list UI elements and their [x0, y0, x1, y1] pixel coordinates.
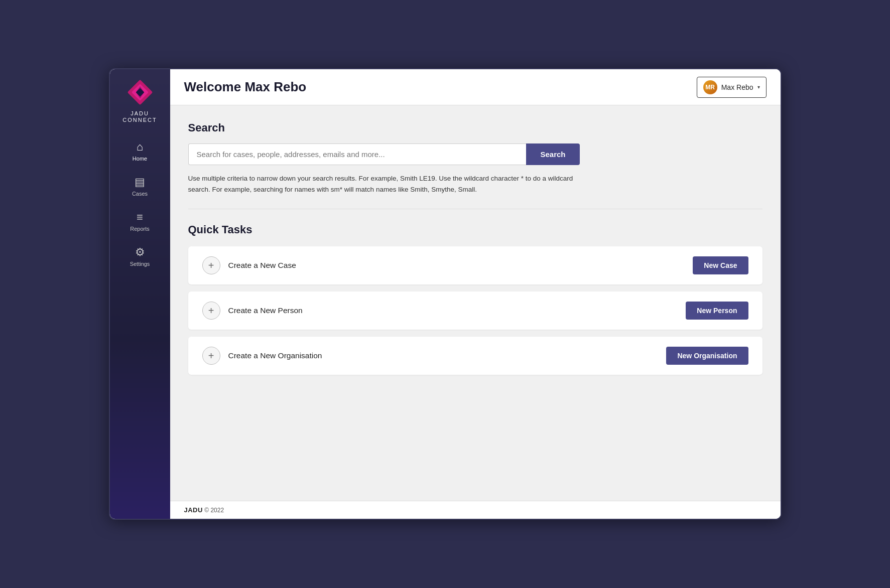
sidebar-item-reports-label: Reports — [130, 226, 150, 232]
plus-circle-new-organisation: + — [202, 347, 220, 365]
task-label-new-case: Create a New Case — [228, 261, 296, 270]
user-name-label: Max Rebo — [721, 83, 753, 91]
footer-brand: JADU — [184, 506, 203, 514]
chevron-down-icon: ▾ — [757, 84, 760, 90]
sidebar: JADU CONNECT ⌂ Home ▤ Cases ≡ Reports ⚙ … — [110, 69, 170, 519]
footer: JADU © 2022 — [170, 501, 781, 519]
logo-name: JADU CONNECT — [122, 110, 157, 123]
search-input[interactable] — [188, 143, 527, 165]
plus-circle-new-person: + — [202, 302, 220, 320]
footer-copyright: © 2022 — [204, 507, 224, 514]
task-left-new-person: + Create a New Person — [202, 302, 303, 320]
task-card-new-organisation: + Create a New Organisation New Organisa… — [188, 337, 762, 375]
sidebar-item-cases[interactable]: ▤ Cases — [110, 169, 170, 204]
reports-icon: ≡ — [137, 211, 143, 224]
sidebar-item-cases-label: Cases — [132, 191, 148, 197]
section-divider — [188, 209, 762, 209]
app-frame: JADU CONNECT ⌂ Home ▤ Cases ≡ Reports ⚙ … — [109, 68, 782, 520]
quick-tasks-title: Quick Tasks — [188, 223, 762, 236]
content-area: Search Search Use multiple criteria to n… — [170, 105, 781, 501]
new-person-button[interactable]: New Person — [686, 302, 748, 320]
sidebar-item-home-label: Home — [133, 156, 147, 162]
task-left-new-organisation: + Create a New Organisation — [202, 347, 322, 365]
new-case-button[interactable]: New Case — [693, 256, 748, 274]
sidebar-item-settings-label: Settings — [130, 261, 150, 267]
jadu-logo-icon — [125, 77, 155, 107]
settings-icon: ⚙ — [135, 246, 145, 259]
user-menu-button[interactable]: MR Max Rebo ▾ — [697, 77, 767, 98]
task-card-new-case: + Create a New Case New Case — [188, 246, 762, 284]
logo-area: JADU CONNECT — [110, 69, 170, 129]
main-area: Welcome Max Rebo MR Max Rebo ▾ Search Se… — [170, 69, 781, 519]
home-icon: ⌂ — [137, 140, 143, 154]
search-row: Search — [188, 143, 580, 165]
plus-circle-new-case: + — [202, 256, 220, 274]
task-label-new-person: Create a New Person — [228, 306, 303, 315]
search-hint-text: Use multiple criteria to narrow down you… — [188, 173, 580, 195]
page-title: Welcome Max Rebo — [184, 79, 307, 95]
nav-items: ⌂ Home ▤ Cases ≡ Reports ⚙ Settings — [110, 133, 170, 274]
search-section-title: Search — [188, 121, 762, 134]
task-card-new-person: + Create a New Person New Person — [188, 291, 762, 330]
new-organisation-button[interactable]: New Organisation — [666, 347, 748, 365]
sidebar-item-home[interactable]: ⌂ Home — [110, 133, 170, 169]
sidebar-item-reports[interactable]: ≡ Reports — [110, 204, 170, 239]
sidebar-item-settings[interactable]: ⚙ Settings — [110, 239, 170, 274]
avatar: MR — [703, 80, 717, 94]
cases-icon: ▤ — [135, 176, 145, 189]
task-label-new-organisation: Create a New Organisation — [228, 351, 322, 360]
search-button[interactable]: Search — [526, 143, 579, 165]
topbar: Welcome Max Rebo MR Max Rebo ▾ — [170, 69, 781, 105]
task-left-new-case: + Create a New Case — [202, 256, 296, 274]
